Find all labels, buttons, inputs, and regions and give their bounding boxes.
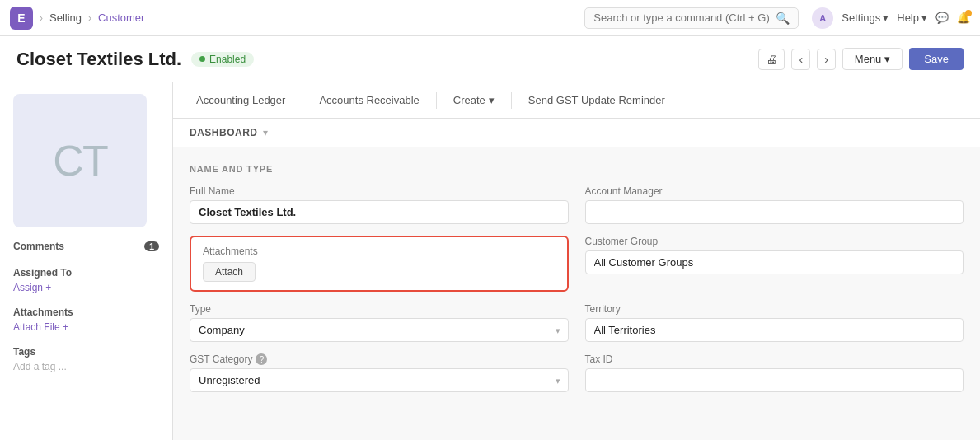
search-bar: 🔍 bbox=[584, 7, 799, 29]
status-dot bbox=[199, 56, 205, 62]
next-record-button[interactable]: › bbox=[817, 49, 836, 70]
territory-label: Territory bbox=[585, 303, 964, 315]
attachments-group: Attachments Attach bbox=[190, 236, 569, 292]
full-name-input[interactable] bbox=[190, 200, 569, 224]
nav-right-actions: A Settings ▾ Help ▾ 💬 🔔 bbox=[812, 7, 970, 29]
dashboard-section: DASHBOARD ▾ bbox=[173, 119, 980, 147]
attachments-box: Attachments Attach bbox=[190, 236, 569, 292]
search-input[interactable] bbox=[593, 12, 771, 24]
avatar-box: CT bbox=[13, 94, 147, 227]
form-row-2: Attachments Attach Customer Group bbox=[190, 236, 964, 292]
territory-input[interactable] bbox=[585, 318, 964, 342]
comments-label: Comments 1 bbox=[13, 241, 159, 252]
account-manager-input[interactable] bbox=[585, 200, 964, 224]
menu-button[interactable]: Menu ▾ bbox=[842, 48, 903, 70]
tags-label: Tags bbox=[13, 346, 159, 358]
avatar: A bbox=[812, 7, 833, 29]
header-actions: 🖨 ‹ › Menu ▾ Save bbox=[758, 48, 964, 70]
account-manager-label: Account Manager bbox=[585, 185, 964, 197]
breadcrumb-selling[interactable]: Selling bbox=[49, 12, 82, 24]
type-select[interactable]: Company Individual bbox=[190, 318, 569, 342]
accounts-receivable-button[interactable]: Accounts Receivable bbox=[309, 89, 429, 111]
type-label: Type bbox=[190, 303, 569, 315]
main-content: Accounting Ledger Accounts Receivable Cr… bbox=[173, 82, 980, 440]
tax-id-input[interactable] bbox=[585, 368, 964, 392]
section-title: NAME AND TYPE bbox=[190, 164, 964, 174]
form-area: NAME AND TYPE Full Name Account Manager … bbox=[173, 147, 980, 420]
sidebar-tags-section: Tags Add a tag ... bbox=[13, 346, 159, 372]
accounting-ledger-button[interactable]: Accounting Ledger bbox=[186, 89, 295, 111]
breadcrumb-chevron-1: › bbox=[40, 12, 43, 24]
sidebar-attachments-section: Attachments Attach File + bbox=[13, 307, 159, 333]
tax-id-label: Tax ID bbox=[585, 353, 964, 365]
type-select-wrapper: Company Individual ▾ bbox=[190, 318, 569, 342]
action-divider-3 bbox=[511, 92, 512, 109]
notification-bell[interactable]: 🔔 bbox=[957, 12, 970, 24]
page-title: Closet Textiles Ltd. bbox=[16, 49, 181, 70]
dashboard-label: DASHBOARD bbox=[190, 127, 258, 138]
customer-group-group: Customer Group bbox=[585, 236, 964, 292]
assigned-to-label: Assigned To bbox=[13, 267, 159, 279]
gst-category-select-wrapper: Unregistered Registered Overseas UIN Hol… bbox=[190, 368, 569, 392]
settings-button[interactable]: Settings ▾ bbox=[842, 12, 889, 24]
save-button[interactable]: Save bbox=[909, 48, 964, 70]
attach-button[interactable]: Attach bbox=[203, 262, 256, 282]
gst-category-group: GST Category ? Unregistered Registered O… bbox=[190, 353, 569, 392]
form-row-1: Full Name Account Manager bbox=[190, 185, 964, 224]
full-name-group: Full Name bbox=[190, 185, 569, 224]
notification-dot bbox=[965, 10, 972, 16]
top-nav: E › Selling › Customer 🔍 A Settings ▾ He… bbox=[0, 0, 980, 36]
customer-group-input[interactable] bbox=[585, 250, 964, 274]
territory-group: Territory bbox=[585, 303, 964, 342]
dashboard-chevron[interactable]: ▾ bbox=[263, 127, 268, 138]
sidebar-assigned-section: Assigned To Assign + bbox=[13, 267, 159, 293]
attachments-sidebar-label: Attachments bbox=[13, 307, 159, 318]
account-manager-group: Account Manager bbox=[585, 185, 964, 224]
gst-category-select[interactable]: Unregistered Registered Overseas UIN Hol… bbox=[190, 368, 569, 392]
comments-badge: 1 bbox=[144, 241, 159, 251]
chat-icon-button[interactable]: 💬 bbox=[935, 12, 949, 24]
gst-category-label: GST Category ? bbox=[190, 353, 569, 365]
gst-help-icon[interactable]: ? bbox=[256, 353, 267, 365]
breadcrumb-customer[interactable]: Customer bbox=[98, 12, 144, 24]
print-button[interactable]: 🖨 bbox=[758, 49, 785, 70]
prev-record-button[interactable]: ‹ bbox=[791, 49, 810, 70]
add-tag-link[interactable]: Add a tag ... bbox=[13, 361, 159, 372]
type-group: Type Company Individual ▾ bbox=[190, 303, 569, 342]
sidebar-comments-section: Comments 1 bbox=[13, 241, 159, 254]
search-icon: 🔍 bbox=[776, 12, 790, 25]
form-row-3: Type Company Individual ▾ Territory bbox=[190, 303, 964, 342]
tax-id-group: Tax ID bbox=[585, 353, 964, 392]
sidebar: CT Comments 1 Assigned To Assign + Attac… bbox=[0, 82, 173, 440]
create-chevron: ▾ bbox=[489, 94, 495, 106]
action-divider-2 bbox=[436, 92, 437, 109]
app-icon: E bbox=[10, 7, 33, 30]
avatar-initials: CT bbox=[53, 136, 106, 185]
action-bar: Accounting Ledger Accounts Receivable Cr… bbox=[173, 82, 980, 119]
action-divider-1 bbox=[302, 92, 302, 109]
attachments-box-label: Attachments bbox=[203, 246, 556, 257]
help-button[interactable]: Help ▾ bbox=[897, 12, 927, 24]
status-label: Enabled bbox=[209, 54, 246, 65]
send-gst-button[interactable]: Send GST Update Reminder bbox=[518, 89, 675, 111]
breadcrumb-chevron-2: › bbox=[88, 12, 91, 24]
full-name-label: Full Name bbox=[190, 185, 569, 197]
form-row-4: GST Category ? Unregistered Registered O… bbox=[190, 353, 964, 392]
assign-link[interactable]: Assign + bbox=[13, 282, 159, 293]
main-layout: CT Comments 1 Assigned To Assign + Attac… bbox=[0, 82, 980, 440]
create-button[interactable]: Create ▾ bbox=[443, 89, 504, 111]
page-header: Closet Textiles Ltd. Enabled 🖨 ‹ › Menu … bbox=[0, 36, 980, 82]
attach-file-link[interactable]: Attach File + bbox=[13, 321, 159, 333]
status-badge: Enabled bbox=[191, 52, 254, 67]
customer-group-label: Customer Group bbox=[585, 236, 964, 247]
